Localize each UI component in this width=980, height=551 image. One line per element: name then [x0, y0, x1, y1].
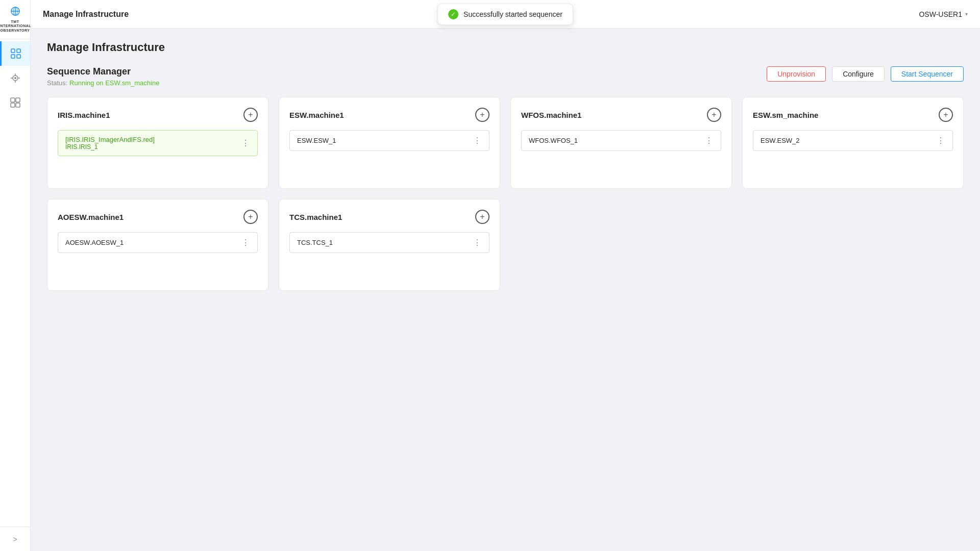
main-area: Manage Infrastructure ✓ Successfully sta…: [31, 0, 980, 551]
iris-component-info: [IRIS.IRIS_ImagerAndIFS.red] IRIS.IRIS_1: [65, 136, 155, 151]
unprovision-button[interactable]: Unprovision: [767, 66, 826, 82]
esw-sm-component-row: ESW.ESW_2 ⋮: [753, 130, 953, 151]
tcs-machine-name: TCS.machine1: [289, 213, 342, 221]
sidebar-expand[interactable]: >: [0, 527, 30, 551]
machine-card-iris: IRIS.machine1 + [IRIS.IRIS_ImagerAndIFS.…: [47, 97, 268, 189]
sm-info: Sequence Manager Status: Running on ESW.…: [47, 66, 159, 87]
wfos-machine-name: WFOS.machine1: [521, 111, 581, 119]
tcs-component-name: TCS.TCS_1: [297, 239, 333, 246]
svg-rect-15: [16, 98, 20, 102]
esw-sm-card-header: ESW.sm_machine +: [753, 108, 953, 122]
column-2: ESW.machine1 + ESW.ESW_1 ⋮ TCS.machine1 …: [279, 97, 500, 291]
wfos-component-menu-icon[interactable]: ⋮: [705, 136, 714, 145]
sidebar-item-infrastructure[interactable]: [0, 41, 30, 66]
column-4: ESW.sm_machine + ESW.ESW_2 ⋮: [742, 97, 964, 189]
notification-area: ✓ Successfully started sequencer: [437, 4, 573, 25]
aoesw-card-header: AOESW.machine1 +: [58, 210, 258, 224]
iris-machine-name: IRIS.machine1: [58, 111, 110, 119]
machine-card-tcs: TCS.machine1 + TCS.TCS_1 ⋮: [279, 199, 500, 291]
svg-rect-6: [11, 55, 15, 58]
sidebar-logo: TMT INTERNATIONAL OBSERVATORY: [0, 0, 30, 39]
svg-point-13: [14, 77, 16, 79]
sidebar-nav: [0, 41, 30, 527]
column-1: IRIS.machine1 + [IRIS.IRIS_ImagerAndIFS.…: [47, 97, 268, 291]
iris-component-row: [IRIS.IRIS_ImagerAndIFS.red] IRIS.IRIS_1…: [58, 130, 258, 156]
wfos-component-name: WFOS.WFOS_1: [529, 137, 578, 144]
sidebar-item-grid[interactable]: [0, 90, 30, 115]
aoesw-component-name: AOESW.AOESW_1: [65, 239, 124, 246]
aoesw-component-menu-icon[interactable]: ⋮: [241, 238, 250, 247]
esw-sm-component-menu-icon[interactable]: ⋮: [937, 136, 945, 145]
user-menu[interactable]: OSW-USER1 ▾: [919, 10, 968, 18]
esw-sm-add-button[interactable]: +: [939, 108, 953, 122]
topbar-title: Manage Infrastructure: [43, 10, 129, 19]
aoesw-add-button[interactable]: +: [243, 210, 258, 224]
sm-actions: Unprovision Configure Start Sequencer: [767, 66, 964, 82]
content-area: Manage Infrastructure Sequence Manager S…: [31, 29, 980, 551]
username: OSW-USER1: [919, 10, 962, 18]
iris-component-sub: IRIS.IRIS_1: [65, 143, 155, 151]
configure-button[interactable]: Configure: [832, 66, 885, 82]
iris-component-name: [IRIS.IRIS_ImagerAndIFS.red]: [65, 136, 155, 143]
start-sequencer-button[interactable]: Start Sequencer: [891, 66, 964, 82]
esw-sm-machine-name: ESW.sm_machine: [753, 111, 818, 119]
svg-rect-5: [17, 49, 20, 53]
sm-status-value: Running on ESW.sm_machine: [69, 79, 159, 87]
sequence-manager-header: Sequence Manager Status: Running on ESW.…: [47, 66, 964, 87]
wfos-card-header: WFOS.machine1 +: [521, 108, 721, 122]
tcs-component-row: TCS.TCS_1 ⋮: [289, 232, 489, 253]
svg-rect-7: [17, 55, 20, 58]
iris-card-header: IRIS.machine1 +: [58, 108, 258, 122]
svg-rect-14: [11, 98, 15, 102]
esw1-component-row: ESW.ESW_1 ⋮: [289, 130, 489, 151]
logo-icon: [9, 6, 21, 19]
esw1-card-header: ESW.machine1 +: [289, 108, 489, 122]
user-chevron-icon: ▾: [965, 11, 968, 17]
tcs-component-menu-icon[interactable]: ⋮: [473, 238, 482, 247]
success-toast: ✓ Successfully started sequencer: [437, 4, 573, 25]
esw1-component-name: ESW.ESW_1: [297, 137, 336, 144]
iris-component-menu-icon[interactable]: ⋮: [241, 138, 250, 148]
iris-add-button[interactable]: +: [243, 108, 258, 122]
esw-sm-component-name: ESW.ESW_2: [761, 137, 800, 144]
esw1-machine-name: ESW.machine1: [289, 111, 344, 119]
svg-rect-4: [11, 49, 15, 53]
wfos-add-button[interactable]: +: [707, 108, 721, 122]
page-title: Manage Infrastructure: [47, 41, 964, 54]
aoesw-machine-name: AOESW.machine1: [58, 213, 124, 221]
machine-card-wfos: WFOS.machine1 + WFOS.WFOS_1 ⋮: [510, 97, 732, 189]
sidebar: TMT INTERNATIONAL OBSERVATORY: [0, 0, 31, 551]
toast-message: Successfully started sequencer: [463, 10, 562, 18]
esw1-add-button[interactable]: +: [475, 108, 489, 122]
tcs-card-header: TCS.machine1 +: [289, 210, 489, 224]
machines-grid: IRIS.machine1 + [IRIS.IRIS_ImagerAndIFS.…: [47, 97, 964, 291]
esw1-component-menu-icon[interactable]: ⋮: [473, 136, 482, 145]
machine-card-aoesw: AOESW.machine1 + AOESW.AOESW_1 ⋮: [47, 199, 268, 291]
svg-rect-16: [11, 103, 15, 107]
machine-card-esw1: ESW.machine1 + ESW.ESW_1 ⋮: [279, 97, 500, 189]
logo-text: TMT INTERNATIONAL OBSERVATORY: [0, 20, 31, 33]
sidebar-item-sequencer[interactable]: [0, 66, 30, 90]
toast-success-icon: ✓: [448, 9, 458, 19]
wfos-component-row: WFOS.WFOS_1 ⋮: [521, 130, 721, 151]
tcs-add-button[interactable]: +: [475, 210, 489, 224]
sm-status: Status: Running on ESW.sm_machine: [47, 79, 159, 87]
column-3: WFOS.machine1 + WFOS.WFOS_1 ⋮: [510, 97, 732, 189]
machine-card-esw-sm: ESW.sm_machine + ESW.ESW_2 ⋮: [742, 97, 964, 189]
sm-title: Sequence Manager: [47, 66, 159, 77]
svg-rect-17: [16, 103, 20, 107]
topbar: Manage Infrastructure ✓ Successfully sta…: [31, 0, 980, 29]
aoesw-component-row: AOESW.AOESW_1 ⋮: [58, 232, 258, 253]
